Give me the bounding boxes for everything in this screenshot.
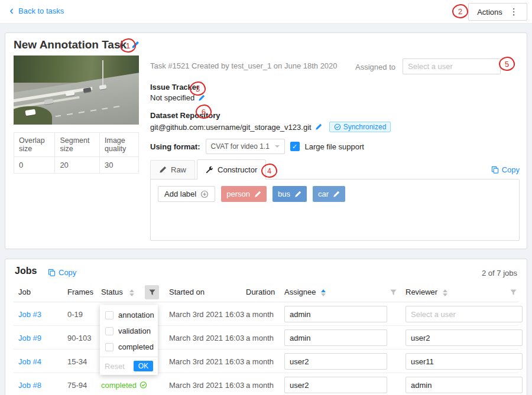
- copy-icon: [491, 166, 499, 174]
- param-header-segment: Segment size: [55, 133, 100, 157]
- large-file-label: Large file support: [305, 142, 364, 151]
- reviewer-select[interactable]: [406, 353, 523, 370]
- column-reviewer[interactable]: Reviewer: [406, 288, 437, 296]
- tab-constructor[interactable]: Constructor: [197, 159, 266, 179]
- column-frames: Frames: [67, 288, 93, 296]
- task-params-table: Overlap size Segment size Image quality …: [14, 132, 139, 174]
- task-preview-image: [14, 56, 139, 125]
- large-file-checkbox[interactable]: ✓: [290, 142, 300, 151]
- filter-reset-button[interactable]: Reset: [105, 362, 125, 371]
- job-link[interactable]: Job #4: [18, 357, 41, 365]
- duration-cell: a month: [246, 380, 274, 389]
- column-assignee[interactable]: Assignee: [284, 288, 316, 296]
- checkbox-annotation[interactable]: [105, 311, 113, 319]
- job-link[interactable]: Job #9: [18, 333, 41, 342]
- reviewer-select[interactable]: [406, 306, 523, 322]
- column-status[interactable]: Status: [101, 288, 123, 296]
- annotation-number: 4: [267, 166, 271, 175]
- back-to-tasks-link[interactable]: Back to tasks: [8, 6, 64, 15]
- status-filter-icon[interactable]: [145, 285, 159, 299]
- filter-option-validation-label: validation: [118, 327, 151, 335]
- reviewer-select[interactable]: [406, 377, 523, 393]
- filter-option-annotation[interactable]: annotation: [100, 307, 158, 323]
- started-cell: March 3rd 2021 16:03: [169, 357, 244, 365]
- caret-up-icon: [321, 289, 326, 292]
- label-tag-car[interactable]: car: [313, 186, 345, 202]
- assigned-to-label: Assigned to: [355, 63, 395, 71]
- using-format-label: Using format:: [150, 142, 200, 151]
- labels-constructor-box: Add label person bus car: [150, 179, 520, 241]
- labels-tabs: Raw Constructor Copy: [150, 159, 520, 179]
- checkbox-completed[interactable]: [105, 343, 113, 351]
- preview-light-pole: [102, 60, 103, 87]
- reviewer-sorter[interactable]: [443, 289, 447, 296]
- assignee-select[interactable]: [284, 306, 387, 322]
- actions-button[interactable]: Actions ⋮: [468, 3, 527, 21]
- filter-ok-button[interactable]: OK: [134, 361, 153, 371]
- tab-constructor-label: Constructor: [218, 165, 257, 174]
- dataset-repository-row: git@github.com:username/git_storage_v123…: [150, 122, 391, 132]
- column-started-on: Started on: [169, 288, 205, 296]
- job-link[interactable]: Job #3: [18, 309, 41, 318]
- table-row: Job #4 15-34 March 3rd 2021 16:03 a mont…: [14, 350, 518, 373]
- label-tag-bus[interactable]: bus: [273, 186, 307, 202]
- caret-down-icon: [129, 293, 134, 296]
- format-select[interactable]: CVAT for video 1.1: [206, 139, 285, 154]
- sync-status-badge: Synchronized: [329, 122, 391, 132]
- assignee-filter-icon[interactable]: [390, 289, 397, 296]
- annotation-number: 3: [195, 84, 200, 93]
- annotation-number: 1: [125, 41, 130, 50]
- assignee-select[interactable]: [284, 329, 387, 346]
- sync-badge-label: Synchronized: [343, 123, 387, 131]
- label-edit-icon[interactable]: [294, 191, 301, 198]
- started-cell: March 3rd 2021 16:03: [169, 333, 244, 342]
- task-meta: Task #1521 Created by test_user_1 on Jun…: [150, 61, 338, 70]
- caret-down-icon: [443, 293, 447, 296]
- param-header-quality: Image quality: [100, 133, 139, 157]
- label-tag-bus-name: bus: [278, 190, 290, 198]
- more-vertical-icon: ⋮: [510, 6, 518, 17]
- jobs-panel: Jobs Copy 2 of 7 jobs Job Frames Status …: [5, 259, 527, 395]
- assignee-select[interactable]: [284, 353, 387, 370]
- check-circle-icon: [140, 381, 147, 389]
- started-cell: March 3rd 2021 16:03: [169, 309, 244, 318]
- add-label-button[interactable]: Add label: [158, 186, 215, 202]
- assignee-select[interactable]: [284, 377, 387, 393]
- reviewer-select[interactable]: [406, 329, 523, 346]
- pencil-icon: [159, 166, 167, 174]
- param-value-quality: 30: [100, 157, 139, 174]
- copy-jobs-label: Copy: [59, 268, 76, 277]
- copy-labels-button[interactable]: Copy: [491, 165, 520, 174]
- label-tag-person[interactable]: person: [221, 186, 267, 202]
- frames-cell: 90-103: [67, 333, 91, 342]
- filter-option-completed-label: completed: [118, 342, 154, 351]
- copy-icon: [48, 269, 56, 276]
- label-tag-car-name: car: [318, 190, 329, 198]
- param-value-overlap: 0: [14, 157, 55, 174]
- task-details-panel: New Annotation Task Overlap size Segment…: [5, 32, 527, 249]
- label-tag-person-name: person: [226, 190, 250, 198]
- task-assignee-select[interactable]: [403, 58, 501, 74]
- assignee-sorter[interactable]: [321, 289, 326, 296]
- copy-jobs-button[interactable]: Copy: [48, 268, 76, 277]
- job-link[interactable]: Job #8: [18, 380, 41, 389]
- status-filter-dropdown: annotation validation completed Reset OK: [100, 305, 158, 375]
- tab-raw[interactable]: Raw: [150, 160, 195, 179]
- caret-up-icon: [443, 289, 447, 292]
- status-completed-text: completed: [101, 380, 137, 389]
- issue-tracker-value: Not specified: [150, 93, 194, 102]
- format-row: Using format: CVAT for video 1.1 ✓ Large…: [150, 139, 364, 154]
- filter-footer: Reset OK: [100, 357, 158, 375]
- reviewer-filter-icon[interactable]: [510, 289, 517, 296]
- label-edit-icon[interactable]: [333, 191, 340, 198]
- checkbox-validation[interactable]: [105, 327, 113, 335]
- param-value-segment: 20: [55, 157, 100, 174]
- caret-down-icon: [321, 293, 326, 296]
- edit-repository-icon[interactable]: [315, 123, 322, 130]
- duration-cell: a month: [246, 309, 274, 318]
- label-edit-icon[interactable]: [254, 191, 261, 198]
- back-label: Back to tasks: [18, 6, 64, 15]
- filter-option-validation[interactable]: validation: [100, 323, 158, 339]
- filter-option-completed[interactable]: completed: [100, 339, 158, 355]
- status-sorter[interactable]: [129, 289, 134, 296]
